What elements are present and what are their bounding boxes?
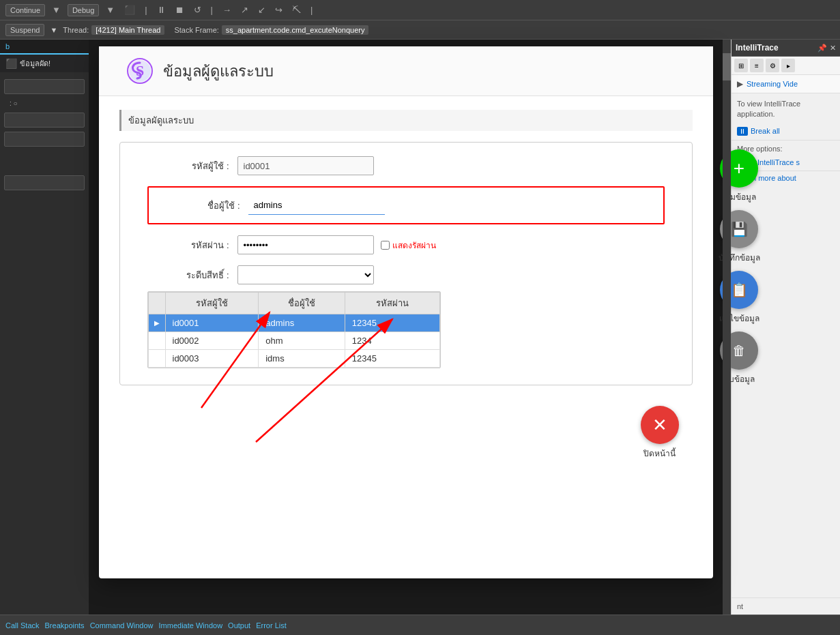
toolbar-icon9: ⛏ — [289, 3, 304, 16]
bottom-bar: Call Stack Breakpoints Command Window Im… — [0, 615, 840, 635]
col-header-name: ชื่อผู้ใช้ — [259, 293, 345, 314]
intellitrace-header: IntelliTrace 📌 ✕ — [732, 40, 840, 57]
row-indicator-empty — [148, 332, 165, 350]
permission-select[interactable] — [237, 265, 374, 284]
app-logo: S — [126, 57, 154, 85]
row-cell-name2: ohm — [259, 332, 345, 350]
gear-icon[interactable]: ⚙ — [766, 59, 779, 72]
user-id-input[interactable] — [237, 156, 374, 175]
left-input3[interactable] — [4, 132, 85, 147]
intellitrace-scrollbar[interactable] — [723, 40, 731, 615]
bottom-tab-command[interactable]: Command Window — [90, 621, 154, 630]
toolbar-sep2: | — [208, 3, 216, 16]
col-header-id: รหัสผู้ใช้ — [165, 293, 259, 314]
bottom-tab-callstack[interactable]: Call Stack — [5, 621, 40, 630]
toolbar-icon4[interactable]: ↺ — [191, 3, 204, 16]
show-password-checkbox[interactable] — [381, 241, 390, 250]
username-group: ชื่อผู้ใช้ : — [147, 186, 665, 224]
more-icon[interactable]: ▸ — [781, 59, 795, 72]
bottom-tab-immediate[interactable]: Immediate Window — [159, 621, 223, 630]
left-panel-icon: ⬛ — [5, 58, 17, 69]
password-group: รหัสผ่าน : แสดงรัสผ่าน — [147, 235, 665, 254]
break-all-link[interactable]: ⏸ Break all — [732, 125, 840, 137]
suspend-dropdown[interactable]: ▼ — [47, 25, 60, 35]
break-icon: ⏸ — [737, 127, 748, 136]
left-input1 — [4, 79, 85, 94]
thread-value: [4212] Main Thread — [91, 25, 164, 35]
scrollbar-thumb[interactable] — [723, 53, 731, 80]
modal-overlay: S ข้อมูลผู้ดูแลระบบ ข้อมูลผัดูแลระบบ รหั… — [89, 40, 723, 615]
left-panel-inputs: : ○ — [0, 72, 89, 197]
intellitrace-footer: nt — [732, 597, 840, 615]
row-cell-password3: 12345 — [345, 350, 439, 368]
permission-group: ระดีบสีทธิ์ : — [147, 265, 665, 284]
bottom-tab-output[interactable]: Output — [228, 621, 250, 630]
stack-frame-value: ss_apartment.code.cmd_excuteNonquery — [222, 25, 369, 35]
user-id-group: รหัสผู้ใช้ : — [147, 156, 665, 175]
table-row[interactable]: id0003 idms 12345 — [148, 350, 439, 368]
section-title: ข้อมูลผัดูแลระบบ — [119, 110, 693, 131]
modal-title: ข้อมูลผู้ดูแลระบบ — [163, 59, 274, 83]
modal-header: S ข้อมูลผู้ดูแลระบบ — [99, 46, 713, 96]
continue-button[interactable]: Continue — [5, 4, 45, 16]
ide-toolbar2: Suspend ▼ Thread: [4212] Main Thread Sta… — [0, 20, 840, 40]
toolbar-icon1: ⬛ — [121, 3, 138, 16]
play-icon: ▶ — [737, 79, 743, 89]
username-label: ชื่อผู้ใช้ : — [158, 198, 240, 213]
debug-dropdown[interactable]: ▼ — [49, 3, 63, 16]
password-label: รหัสผ่าน : — [147, 238, 229, 252]
break-all-label: Break all — [751, 127, 780, 135]
left-spacer — [4, 151, 85, 171]
bottom-tab-errorlist[interactable]: Error List — [256, 621, 287, 630]
toolbar-icon2[interactable]: ⏸ — [154, 3, 169, 16]
permission-label: ระดีบสีทธิ์ : — [147, 268, 229, 282]
list-icon[interactable]: ≡ — [750, 59, 764, 72]
toolbar-icon5[interactable]: → — [220, 3, 234, 16]
pin-icon[interactable]: 📌 — [817, 44, 827, 53]
user-id-label: รหัสผู้ใช้ : — [147, 159, 229, 173]
row-cell-name: admins — [259, 314, 345, 332]
show-password-label[interactable]: แสดงรัสผ่าน — [392, 239, 436, 252]
modal-window: S ข้อมูลผู้ดูแลระบบ ข้อมูลผัดูแลระบบ รหั… — [99, 46, 713, 578]
toolbar-icon3[interactable]: ⏹ — [173, 3, 187, 16]
bottom-tab-breakpoints[interactable]: Breakpoints — [45, 621, 85, 630]
row-indicator-empty2 — [148, 350, 165, 368]
left-input2[interactable] — [4, 113, 85, 128]
row-cell-id: id0001 — [165, 314, 259, 332]
left-tab[interactable]: b — [0, 40, 89, 55]
left-input4[interactable] — [4, 175, 85, 190]
modal-body: ข้อมูลผัดูแลระบบ รหัสผู้ใช้ : ชื่อผู้ใช้… — [99, 96, 713, 473]
toolbar-icon7[interactable]: ↙ — [255, 3, 268, 16]
row-cell-id3: id0003 — [165, 350, 259, 368]
password-input[interactable] — [237, 235, 374, 254]
form-area: รหัสผู้ใช้ : ชื่อผู้ใช้ : รหัสผ่าน : แสด… — [119, 142, 693, 385]
toolbar-sep: | — [142, 3, 149, 16]
table-row[interactable]: id0002 ohm 1234 — [148, 332, 439, 350]
close-label: ปิดหน้านี้ — [643, 447, 676, 460]
close-panel-icon[interactable]: ✕ — [830, 44, 836, 53]
intellitrace-description: To view IntelliTrace application. — [732, 93, 840, 125]
intellitrace-header-icons: 📌 ✕ — [817, 44, 836, 53]
intellitrace-title: IntelliTrace — [736, 43, 779, 53]
table-row[interactable]: ▶ id0001 admins 12345 — [148, 314, 439, 332]
col-header-password: รหัสผ่าน — [345, 293, 439, 314]
stack-frame-label: Stack Frame: — [174, 26, 218, 34]
ide-main: b ⬛ ข้อมูลผัด! : ○ — [0, 40, 840, 615]
ide-toolbar: Continue ▼ Debug ▼ ⬛ | ⏸ ⏹ ↺ | → ↗ ↙ ↪ ⛏… — [0, 0, 840, 20]
data-table: รหัสผู้ใช้ ชื่อผู้ใช้ รหัสผ่าน ▶ id0001 … — [148, 292, 440, 368]
row-cell-password: 12345 — [345, 314, 439, 332]
toolbar-icon6[interactable]: ↗ — [238, 3, 251, 16]
thread-label: Thread: — [63, 26, 89, 34]
toolbar-icon8[interactable]: ↪ — [272, 3, 285, 16]
username-input[interactable] — [248, 196, 385, 215]
left-sidebar: b ⬛ ข้อมูลผัด! : ○ — [0, 40, 89, 615]
suspend-button[interactable]: Suspend — [5, 24, 44, 36]
close-icon: ✕ — [641, 406, 679, 444]
debug-dropdown2[interactable]: ▼ — [103, 3, 117, 16]
table-icon[interactable]: ⊞ — [734, 59, 748, 72]
toolbar-sep3: | — [308, 3, 315, 16]
data-table-wrapper: รหัสผู้ใช้ ชื่อผู้ใช้ รหัสผ่าน ▶ id0001 … — [147, 291, 441, 368]
streaming-video-item[interactable]: ▶ Streaming Vide — [732, 75, 840, 93]
close-button[interactable]: ✕ ปิดหน้านี้ — [641, 406, 679, 460]
debug-button[interactable]: Debug — [68, 4, 99, 16]
